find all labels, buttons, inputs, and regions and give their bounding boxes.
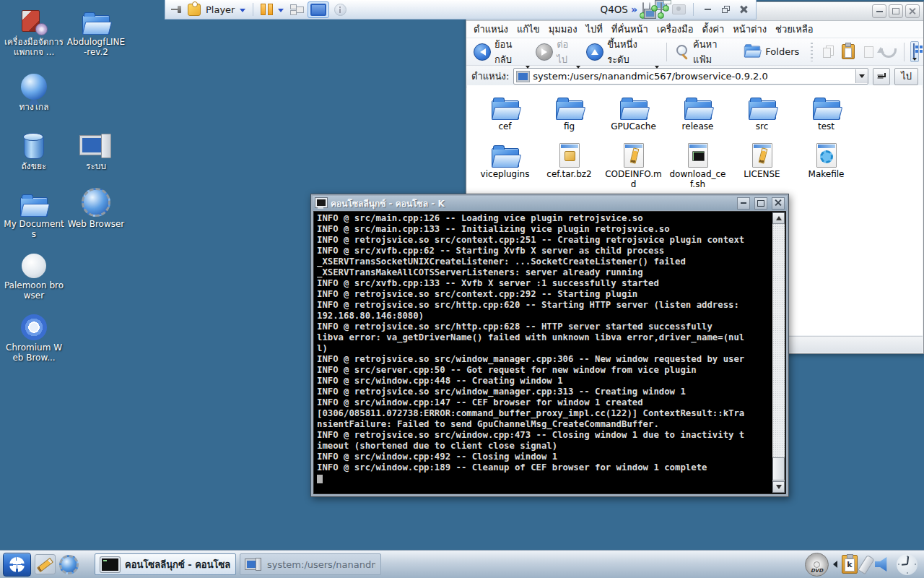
desktop-icon[interactable]: Palemoon browser xyxy=(3,246,65,309)
desktop-icon[interactable]: AbdulogfLINE-rev.2 xyxy=(65,3,127,68)
icon-view-icon xyxy=(913,43,915,59)
file-name: Makefile xyxy=(808,170,845,180)
desktop-icon[interactable]: My Documents xyxy=(3,185,65,246)
file-item[interactable]: GPUCache xyxy=(601,90,666,137)
file-item[interactable]: cef xyxy=(473,90,537,137)
file-icon xyxy=(492,148,519,168)
minimize-icon[interactable] xyxy=(872,4,886,18)
terminal-line: [0306/085811.072738:ERROR:command_buffer… xyxy=(317,408,770,419)
folders-button[interactable]: Folders xyxy=(740,40,805,64)
file-item[interactable]: LICENSE xyxy=(730,137,794,201)
chevron-down-icon[interactable] xyxy=(278,9,284,12)
printer-icon[interactable] xyxy=(661,3,662,17)
desktop-icon[interactable]: ทางไกล xyxy=(3,68,65,127)
back-button[interactable]: ย้อนกลับ xyxy=(471,35,531,69)
terminal-cursor xyxy=(317,475,323,483)
harddrive-icon[interactable] xyxy=(642,3,644,17)
dvd-icon[interactable]: DVD xyxy=(805,553,829,577)
view-mode-button[interactable] xyxy=(910,41,919,62)
desktop-icon[interactable]: เครื่องมือจัดการแพกเกจ ... xyxy=(3,3,65,68)
desktop-icon[interactable]: Chromium Web Brow... xyxy=(3,309,65,366)
separator xyxy=(253,3,253,16)
forward-button[interactable]: ต่อไป xyxy=(533,35,582,69)
player-menu[interactable]: Player xyxy=(206,4,235,15)
task-file-manager[interactable]: system:/users/nanandmic56 xyxy=(240,553,381,575)
go-button[interactable]: ไป xyxy=(894,68,918,85)
terminal-line: INFO @ src/window.cpp:448 -- Creating wi… xyxy=(317,376,770,387)
scroll-down-icon[interactable] xyxy=(772,481,785,493)
terminal-line: l) xyxy=(317,343,770,354)
task-console[interactable]: คอนโซลลีนุกซ์ - คอนโซล - K xyxy=(95,553,236,575)
file-item[interactable]: test xyxy=(794,90,858,137)
volume-icon[interactable] xyxy=(875,556,892,572)
info-icon[interactable] xyxy=(334,4,346,16)
copy-button[interactable] xyxy=(819,43,837,61)
file-item[interactable]: cef.tar.bz2 xyxy=(537,137,601,201)
desktop-icon-glyph xyxy=(82,15,110,35)
file-item[interactable]: CODEINFO.md xyxy=(601,137,666,201)
undo-icon xyxy=(881,48,897,58)
file-item[interactable]: release xyxy=(666,90,730,137)
location-input[interactable]: system:/users/nanandmic567/browservice-0… xyxy=(513,68,868,85)
location-dropdown-button[interactable] xyxy=(855,69,868,83)
fullscreen-button[interactable] xyxy=(308,1,329,18)
close-icon[interactable] xyxy=(737,4,750,15)
terminal-line: INFO @ src/server.cpp:50 -- Got request … xyxy=(317,365,770,376)
chevron-down-icon xyxy=(526,66,530,69)
terminal-icon xyxy=(315,198,326,208)
start-menu-button[interactable] xyxy=(3,553,31,577)
desktop-icon[interactable]: ระบบ xyxy=(65,127,127,185)
file-item[interactable]: fig xyxy=(537,90,601,137)
close-icon[interactable] xyxy=(905,4,920,18)
desktop-icon[interactable]: ถังขยะ xyxy=(3,127,65,185)
find-files-button[interactable]: ค้นหาแฟ้ม xyxy=(673,35,739,69)
pin-icon[interactable] xyxy=(171,4,183,14)
desktop-icon[interactable]: Web Browser xyxy=(65,185,127,246)
undo-button[interactable] xyxy=(879,43,898,61)
paste-button[interactable] xyxy=(839,43,858,61)
scrollbar-thumb[interactable] xyxy=(772,457,785,480)
forward-icon xyxy=(536,43,553,61)
restore-icon[interactable] xyxy=(719,4,732,15)
terminal-line: imeout (shortened due to client close si… xyxy=(317,441,770,452)
pause-icon[interactable] xyxy=(261,4,273,15)
desktop-icon-label: ถังขยะ xyxy=(22,161,47,171)
file-name: GPUCache xyxy=(611,122,656,132)
system-icon xyxy=(517,72,529,82)
terminal-line: INFO @ src/xvfb.cpp:133 -- Xvfb X server… xyxy=(317,278,770,289)
window-layout-icon[interactable] xyxy=(289,4,302,15)
maximize-icon[interactable] xyxy=(889,4,903,18)
file-icon xyxy=(749,100,776,120)
file-icon xyxy=(620,100,648,120)
location-value: system:/users/nanandmic567/browservice-0… xyxy=(533,71,852,82)
chevron-down-icon[interactable] xyxy=(240,9,245,12)
maximize-icon[interactable] xyxy=(754,197,767,210)
konqueror-icon[interactable] xyxy=(59,555,79,574)
minimize-icon[interactable] xyxy=(737,197,750,210)
file-item[interactable]: viceplugins xyxy=(473,137,537,201)
print-button[interactable] xyxy=(859,43,878,61)
close-icon[interactable] xyxy=(772,197,785,210)
klipper-icon[interactable]: k xyxy=(842,555,858,574)
file-item[interactable]: Makefile xyxy=(794,137,858,201)
up-button[interactable]: ขึ้นหนึ่งระดับ xyxy=(583,35,660,69)
file-icon xyxy=(688,143,708,168)
terminal-line: INFO @ retrojsvice.so src/context.cpp:29… xyxy=(317,289,770,300)
console-titlebar[interactable]: คอนโซลลีนุกซ์ - คอนโซล - K xyxy=(313,196,787,210)
scrollbar[interactable] xyxy=(772,212,785,493)
plugin-icon[interactable] xyxy=(188,4,201,16)
desktop-icon-glyph xyxy=(20,9,48,35)
desktop-icon-glyph xyxy=(20,197,48,217)
clear-location-button[interactable] xyxy=(873,68,890,85)
scroll-up-icon[interactable] xyxy=(772,212,785,224)
menu-item[interactable]: ช่วยเหลือ xyxy=(774,20,821,38)
tool-icon[interactable] xyxy=(858,554,874,574)
file-item[interactable]: download_cef.sh xyxy=(666,137,730,201)
file-item[interactable]: src xyxy=(730,90,794,137)
desktop-edit-icon[interactable] xyxy=(35,554,56,574)
clock[interactable] xyxy=(897,554,918,575)
minimize-icon[interactable] xyxy=(701,4,714,15)
tray-collapse-arrow-icon[interactable] xyxy=(833,561,837,568)
file-name: src xyxy=(756,122,769,132)
terminal-area[interactable]: INFO @ src/main.cpp:126 -- Loading vice … xyxy=(313,211,786,494)
